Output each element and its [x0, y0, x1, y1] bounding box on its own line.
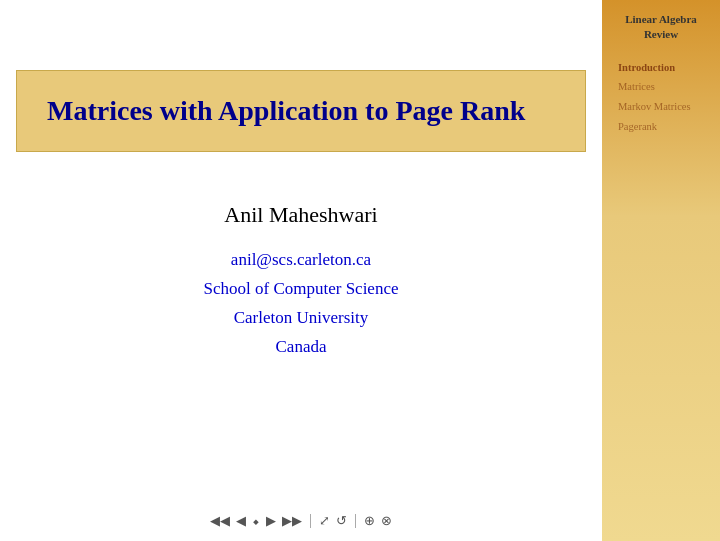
nav-page-icon: ⬥ [252, 513, 260, 529]
author-affiliation-1: School of Computer Science [204, 275, 399, 304]
bottom-toolbar: ◀◀ ◀ ⬥ ▶ ▶▶ ⤢ ↺ ⊕ ⊗ [0, 509, 602, 533]
sidebar-nav: Introduction Matrices Markov Matrices Pa… [610, 61, 712, 134]
author-name: Anil Maheshwari [204, 202, 399, 228]
author-section: Anil Maheshwari anil@scs.carleton.ca Sch… [204, 202, 399, 362]
slide-main: Matrices with Application to Page Rank A… [0, 0, 602, 541]
sidebar-nav-pagerank[interactable]: Pagerank [618, 120, 657, 134]
nav-first-icon[interactable]: ◀◀ [210, 513, 230, 529]
slide-title: Matrices with Application to Page Rank [47, 93, 555, 129]
sidebar-nav-introduction[interactable]: Introduction [618, 61, 675, 75]
nav-prev-icon[interactable]: ◀ [236, 513, 246, 529]
author-affiliation-3: Canada [204, 333, 399, 362]
sidebar: Linear AlgebraReview Introduction Matric… [602, 0, 720, 541]
zoom-icon[interactable]: ⊕ [364, 513, 375, 529]
author-affiliation-2: Carleton University [204, 304, 399, 333]
refresh-icon[interactable]: ↺ [336, 513, 347, 529]
author-details: anil@scs.carleton.ca School of Computer … [204, 246, 399, 362]
toolbar-separator-2 [355, 514, 356, 528]
sidebar-title: Linear AlgebraReview [625, 12, 697, 43]
author-email: anil@scs.carleton.ca [204, 246, 399, 275]
title-box: Matrices with Application to Page Rank [16, 70, 586, 152]
toolbar-separator-1 [310, 514, 311, 528]
settings-icon[interactable]: ⊗ [381, 513, 392, 529]
sidebar-nav-markov[interactable]: Markov Matrices [618, 100, 691, 114]
sidebar-nav-matrices[interactable]: Matrices [618, 80, 655, 94]
fullscreen-icon[interactable]: ⤢ [319, 513, 330, 529]
nav-last-icon[interactable]: ▶▶ [282, 513, 302, 529]
nav-next-icon[interactable]: ▶ [266, 513, 276, 529]
